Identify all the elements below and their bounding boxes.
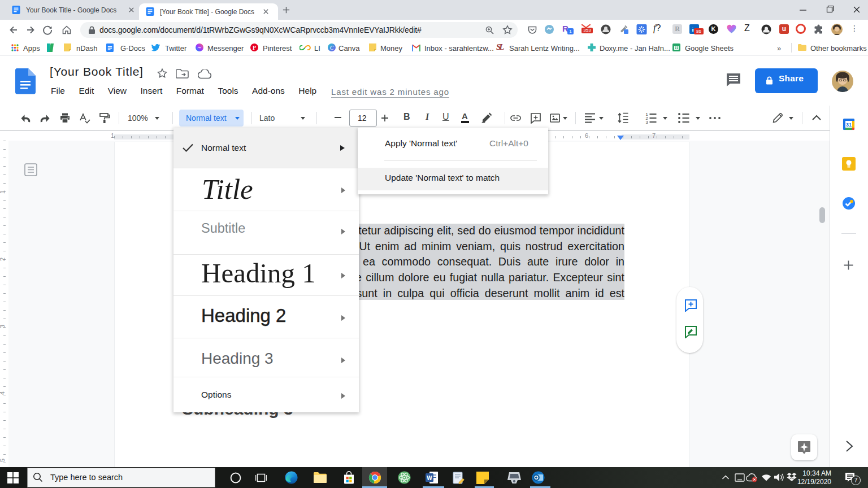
svg-text:31: 31 bbox=[846, 122, 852, 128]
svg-text:W: W bbox=[427, 475, 432, 481]
svg-text:3: 3 bbox=[646, 120, 648, 124]
svg-text:C: C bbox=[330, 45, 334, 51]
svg-text:P: P bbox=[253, 45, 256, 51]
